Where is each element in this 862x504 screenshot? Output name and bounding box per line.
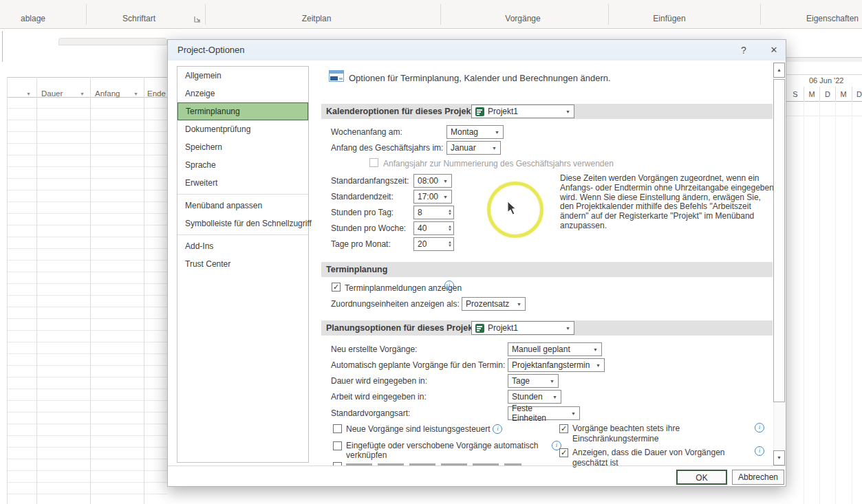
scroll-down-icon[interactable]: ▼ [773, 450, 785, 465]
table-column-border [7, 77, 8, 504]
fiscal-year-dropdown[interactable]: Januar ▼ [446, 141, 501, 155]
footer-separator [168, 465, 786, 466]
scroll-up-icon[interactable]: ▲ [773, 63, 785, 78]
estimated-duration-checkbox[interactable]: ✓ [559, 448, 568, 457]
info-icon[interactable]: i [755, 446, 764, 456]
app-screen: { "icons": { "caret": "▼", "spin_up": "▲… [0, 0, 862, 504]
chevron-down-icon: ▼ [513, 302, 521, 307]
gantt-day-line [819, 101, 820, 504]
scheduling-options-icon [329, 70, 344, 82]
new-tasks-dropdown[interactable]: Manuell geplant ▼ [508, 342, 602, 356]
table-column-border [144, 77, 144, 504]
window-edge [2, 31, 3, 62]
honor-constraints-checkbox[interactable]: ✓ [559, 424, 568, 433]
sidebar-item-allgemein[interactable]: Allgemein [177, 67, 308, 85]
sidebar-item-terminplanung[interactable]: Terminplanung [177, 102, 308, 120]
chevron-down-icon: ▼ [567, 411, 576, 416]
clipped-checkbox-row [333, 461, 343, 465]
font-dialog-launcher-icon[interactable] [194, 14, 202, 23]
table-column-border [90, 77, 91, 504]
days-per-month-label: Tage pro Monat: [331, 239, 391, 249]
default-task-type-dropdown[interactable]: Feste Einheiten ▼ [508, 406, 580, 420]
ribbon-group-insert: Einfügen [653, 14, 685, 23]
ribbon-group-properties: Eigenschaften [806, 14, 859, 23]
sidebar-item-anzeige[interactable]: Anzeige [177, 85, 308, 102]
calendar-project-dropdown[interactable]: Projekt1 ▼ [471, 105, 574, 118]
view-top-band [58, 38, 167, 45]
hours-per-day-label: Stunden pro Tag: [331, 208, 394, 217]
hours-per-week-spinner[interactable]: 40 ▲▼ [413, 221, 454, 235]
project-file-icon [475, 324, 484, 333]
info-icon[interactable]: i [755, 423, 764, 432]
info-icon[interactable]: i [493, 424, 502, 434]
ribbon-separator [760, 4, 761, 25]
week-start-label: Wochenanfang am: [331, 127, 402, 137]
sidebar-separator [177, 194, 308, 195]
project-file-icon [475, 107, 484, 116]
cancel-button[interactable]: Abbrechen [732, 470, 784, 485]
work-units-dropdown[interactable]: Stunden ▼ [508, 390, 561, 404]
default-start-time-label: Standardanfangszeit: [331, 176, 409, 186]
fiscal-year-start-label: Anfang des Geschäftsjahrs im: [331, 143, 443, 153]
ok-button[interactable]: OK [676, 470, 727, 485]
sidebar-separator [177, 234, 308, 235]
filter-caret-icon[interactable]: ▼ [133, 91, 138, 96]
day-separator [852, 87, 852, 101]
sidebar-item-dokumentpruefung[interactable]: Dokumentprüfung [177, 120, 308, 138]
spinner-arrows-icon[interactable]: ▲▼ [448, 241, 452, 248]
gantt-day-line [835, 101, 836, 504]
autolink-checkbox[interactable] [333, 441, 342, 450]
fiscal-numbering-checkbox[interactable] [369, 158, 378, 167]
hours-per-week-label: Stunden pro Woche: [331, 223, 406, 233]
default-task-type-label: Standardvorgangsart: [331, 408, 410, 418]
day-label: D [825, 90, 830, 98]
week-start-dropdown[interactable]: Montag ▼ [446, 125, 504, 139]
close-icon[interactable]: ✕ [766, 43, 782, 57]
chevron-down-icon: ▼ [561, 326, 570, 331]
spinner-arrows-icon[interactable]: ▲▼ [448, 225, 452, 232]
fiscal-numbering-label: Anfangsjahr zur Nummerierung des Geschäf… [383, 159, 614, 168]
sidebar-item-speichern[interactable]: Speichern [177, 138, 308, 156]
options-sidebar: Allgemein Anzeige Terminplanung Dokument… [177, 66, 309, 463]
gantt-row-line [786, 116, 862, 116]
project-options-dialog: Project-Optionen ? ✕ Allgemein Anzeige T… [167, 39, 786, 487]
sidebar-item-menueband[interactable]: Menüband anpassen [177, 197, 308, 215]
show-schedule-messages-checkbox[interactable]: ✓ [332, 283, 341, 292]
duration-units-dropdown[interactable]: Tage ▼ [508, 374, 559, 388]
scrollbar-thumb[interactable] [773, 79, 785, 402]
help-button[interactable]: ? [736, 43, 751, 57]
sidebar-item-trustcenter[interactable]: Trust Center [177, 255, 308, 273]
spinner-arrows-icon[interactable]: ▲▼ [448, 209, 452, 216]
day-separator [819, 87, 820, 101]
default-end-time-combo[interactable]: 17:00 ▼ [413, 190, 452, 204]
effort-driven-checkbox[interactable] [333, 424, 342, 433]
new-tasks-label: Neu erstellte Vorgänge: [331, 344, 417, 354]
dialog-titlebar[interactable]: Project-Optionen ? ✕ [168, 40, 786, 61]
section-scheduling: Terminplanung [321, 262, 773, 277]
dialog-title: Project-Optionen [177, 45, 245, 55]
chevron-down-icon: ▼ [589, 347, 598, 352]
sidebar-item-addins[interactable]: Add-Ins [177, 237, 308, 255]
filter-caret-icon[interactable]: ▼ [26, 91, 31, 96]
filter-caret-icon[interactable]: ▼ [80, 91, 85, 96]
day-separator [804, 87, 804, 101]
chevron-down-icon: ▼ [561, 109, 570, 114]
info-icon[interactable]: i [444, 281, 454, 290]
page-header-text: Optionen für Terminplanung, Kalender und… [349, 73, 611, 83]
ribbon-strip: ablage Schriftart Zeitplan Vorgänge Einf… [0, 0, 862, 29]
assignment-units-dropdown[interactable]: Prozentsatz ▼ [462, 297, 526, 311]
default-start-time-combo[interactable]: 08:00 ▼ [413, 174, 452, 188]
default-end-time-label: Standardendzeit: [331, 192, 394, 201]
sidebar-item-erweitert[interactable]: Erweitert [177, 174, 308, 192]
hours-per-day-spinner[interactable]: 8 ▲▼ [413, 206, 454, 219]
honor-constraints-label: Vorgänge beachten stets ihre Einschränku… [572, 424, 696, 444]
planning-project-dropdown[interactable]: Projekt1 ▼ [471, 321, 574, 335]
gantt-band [786, 58, 862, 62]
chevron-down-icon: ▼ [592, 363, 601, 368]
ribbon-separator [440, 4, 441, 25]
sidebar-item-symbolleiste[interactable]: Symbolleiste für den Schnellzugriff [177, 215, 308, 232]
sidebar-item-sprache[interactable]: Sprache [177, 156, 308, 174]
ribbon-group-clipboard: ablage [21, 14, 45, 23]
days-per-month-spinner[interactable]: 20 ▲▼ [413, 237, 454, 251]
auto-scheduled-dropdown[interactable]: Projektanfangstermin ▼ [508, 358, 605, 372]
